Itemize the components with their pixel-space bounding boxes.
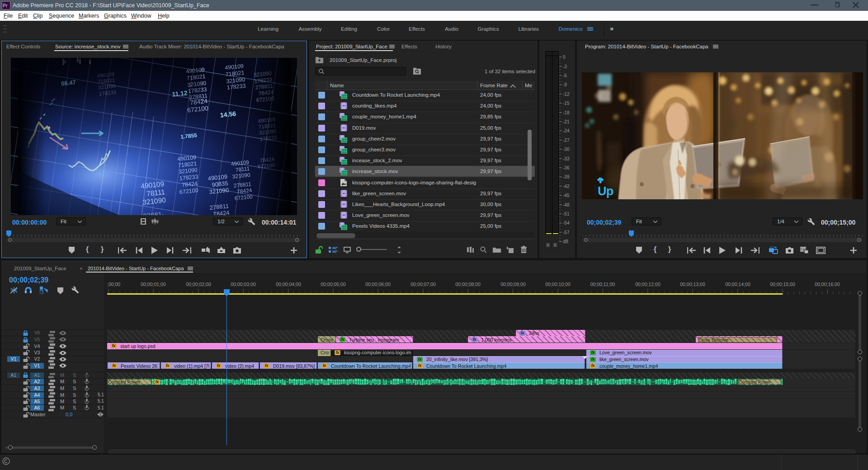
svg-text:Up: Up [598,183,613,198]
svg-text:START: START [594,183,598,196]
